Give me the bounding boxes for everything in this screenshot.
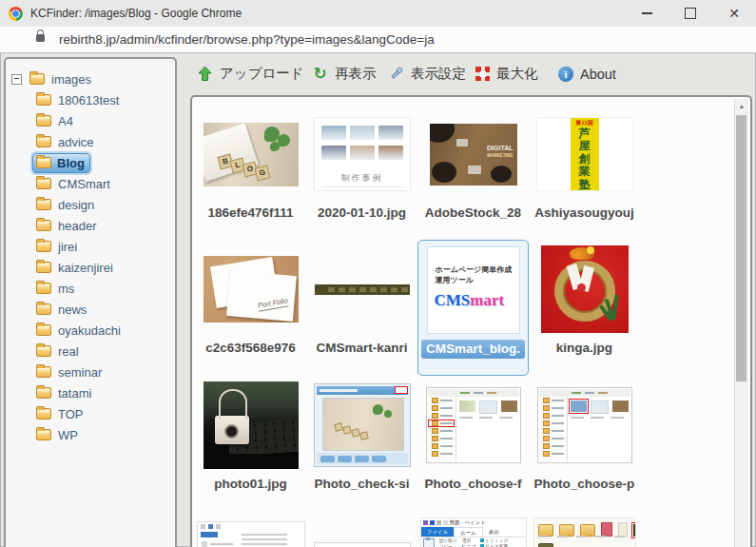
refresh-button[interactable]: ↻再表示 <box>312 52 377 95</box>
mini-icon <box>202 541 207 547</box>
mini-caption-line <box>595 536 606 537</box>
folder-label: ms <box>58 282 74 296</box>
sidebar-item-cmsmart[interactable]: CMSmart <box>6 173 175 194</box>
mini-folder-icon <box>432 398 438 403</box>
browser-address-bar[interactable]: rebirth8.jp/admin/kcfinder/browse.php?ty… <box>0 27 756 53</box>
folder-label: Blog <box>57 156 85 170</box>
folder-label: WP <box>58 428 78 442</box>
about-button[interactable]: iAbout <box>558 52 616 95</box>
mini-label-line <box>552 400 564 401</box>
mini-folder-icon <box>543 428 550 434</box>
thumbnail-box <box>529 240 640 339</box>
thumbnail-site-gallery: 制作事例 <box>314 117 411 191</box>
thumbnail-folder-icons <box>533 518 636 547</box>
view-settings-button[interactable]: 表示設定 <box>388 52 466 95</box>
mini-command: 選択 <box>462 538 475 544</box>
folder-icon <box>36 157 51 168</box>
file-item[interactable]: kinga.jpg <box>529 240 640 376</box>
sidebar-item-advice[interactable]: advice <box>6 131 175 152</box>
mini-icon <box>216 524 221 529</box>
file-item[interactable]: Photo_check-si <box>306 376 417 512</box>
mini-icon <box>443 520 448 525</box>
mini-button <box>372 456 386 462</box>
folder-icon <box>36 387 51 399</box>
corner-mark <box>485 67 491 72</box>
folder-tree: images180613testA4adviceBlogCMSmartdesig… <box>6 68 175 445</box>
file-item[interactable]: Photo_choose-p <box>529 376 640 512</box>
mini-text-line <box>242 534 287 536</box>
sidebar-item-a4[interactable]: A4 <box>6 110 175 131</box>
clover-leaf <box>373 404 383 415</box>
sidebar-item-header[interactable]: header <box>6 215 175 236</box>
mini-folder-icon <box>543 420 550 426</box>
folder-label: tatami <box>58 386 91 400</box>
file-item[interactable]: CMSmart-kanri <box>306 240 417 376</box>
thumbnail-box <box>417 376 529 475</box>
thumbnail-box: Port Folio <box>195 240 306 339</box>
url-text[interactable]: rebirth8.jp/admin/kcfinder/browse.php?ty… <box>59 32 435 47</box>
sidebar-item-tatami[interactable]: tatami <box>6 382 175 403</box>
file-item[interactable]: photo01.jpg <box>195 376 306 512</box>
mini-captions <box>459 417 513 419</box>
maximize-button[interactable] <box>669 0 712 27</box>
mini-caption-line <box>557 536 568 537</box>
sidebar-item-kaizenjirei[interactable]: kaizenjirei <box>6 257 175 278</box>
scrollbar[interactable]: ▲ <box>734 99 748 547</box>
sidebar-item-top[interactable]: TOP <box>6 403 175 424</box>
inner-photo <box>322 398 404 451</box>
mini-folder-icon <box>543 451 550 457</box>
file-item[interactable]: DIGITALMARKETINGAdobeStock_28 <box>417 105 529 240</box>
file-item-partial[interactable] <box>306 512 417 547</box>
file-item[interactable]: ホームページ簡単作成運用ツールCMSmartCMSmart_blog. <box>417 240 529 376</box>
sidebar-item-ms[interactable]: ms <box>6 278 175 299</box>
sidebar-item-seminar[interactable]: seminar <box>6 361 175 382</box>
file-item[interactable]: Port Folioc2c63f568e976 <box>195 240 306 376</box>
folder-icon <box>36 136 51 147</box>
file-item-partial[interactable]: 無題 - ペイントファイルホーム表示切り取りコピー選択トリミングサイズ変更 <box>417 512 529 547</box>
sidebar-item-oyakudachi[interactable]: oyakudachi <box>6 320 175 341</box>
mini-captions <box>538 536 625 537</box>
clipboard-icon <box>423 538 435 547</box>
mini-caption-line <box>576 536 587 537</box>
minimize-button[interactable] <box>625 0 669 27</box>
scroll-up-button[interactable]: ▲ <box>735 99 748 113</box>
file-item-partial[interactable] <box>529 512 640 547</box>
mini-tree-row <box>539 435 567 442</box>
scroll-thumb[interactable] <box>736 115 746 381</box>
file-item[interactable]: 第11回芦屋創業塾Ashiyasougyouj <box>529 105 640 240</box>
website-screenshot-mini <box>321 126 346 140</box>
upload-button[interactable]: アップロード <box>197 52 304 95</box>
folder-label: news <box>58 303 87 317</box>
mini-folder-tree <box>539 397 568 461</box>
file-item-partial[interactable] <box>195 512 306 547</box>
folder-icon <box>36 115 51 127</box>
sidebar-item-news[interactable]: news <box>6 299 175 320</box>
file-item[interactable]: 制作事例2020-01-10.jpg <box>306 105 417 240</box>
letter-tile: G <box>254 165 270 181</box>
sidebar-item-180613test[interactable]: 180613test <box>6 89 175 110</box>
sidebar-item-blog[interactable]: Blog <box>6 152 175 173</box>
banner-char: 屋 <box>579 140 591 152</box>
sidebar-item-wp[interactable]: WP <box>6 424 175 445</box>
file-item[interactable]: BLOG186efe476f111 <box>195 105 306 240</box>
maximize-view-button[interactable]: 最大化 <box>475 52 538 95</box>
mini-tree-row <box>539 442 567 450</box>
mini-label-line <box>552 430 564 432</box>
close-button[interactable]: ✕ <box>712 0 756 27</box>
toolbar-label: 再表示 <box>335 65 377 83</box>
sidebar-item-real[interactable]: real <box>6 341 175 361</box>
thumbnail-marketing-desk: DIGITALMARKETING <box>430 124 517 186</box>
file-item[interactable]: Photo_choose-f <box>417 376 529 512</box>
folder-icon <box>29 73 45 85</box>
sidebar-item-jirei[interactable]: jirei <box>6 236 175 257</box>
collapse-expander-icon[interactable] <box>11 74 22 85</box>
file-name: Ashiyasougyouj <box>531 204 638 223</box>
folder-label: seminar <box>58 365 102 380</box>
thumbnail-box: 第11回芦屋創業塾 <box>529 105 640 204</box>
sidebar-item-root[interactable]: images <box>6 68 175 89</box>
sidebar-item-design[interactable]: design <box>6 194 175 215</box>
lock-icon[interactable] <box>36 34 45 42</box>
cmsmart-logo: CMSmart <box>435 291 505 310</box>
mini-folder-icon <box>543 405 550 411</box>
file-name: Photo_choose-p <box>531 475 638 494</box>
